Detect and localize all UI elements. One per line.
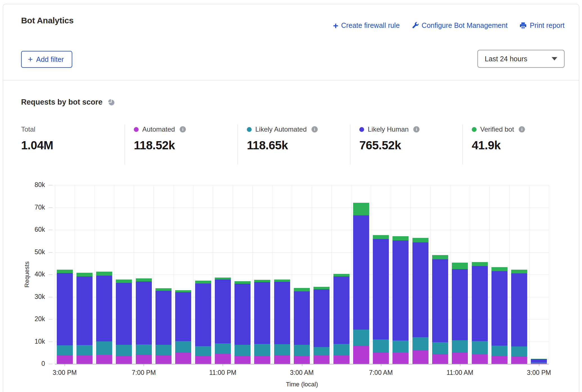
segment-automated xyxy=(392,353,409,364)
time-range-select[interactable]: Last 24 hours xyxy=(477,50,565,68)
chart-bar-7-00-PM-4[interactable] xyxy=(136,185,152,364)
likely-human-legend-dot xyxy=(359,127,364,132)
stats-row: Total 1.04M Automated i 118.52k Likely A… xyxy=(21,125,525,165)
chart-bar-2-00-PM-23[interactable] xyxy=(511,185,527,364)
gridline-v xyxy=(391,185,391,364)
segment-likely-automated xyxy=(195,346,211,356)
chart-bar-10-00-PM-7[interactable] xyxy=(195,185,211,364)
segment-verified-bot xyxy=(116,280,132,283)
segment-likely-automated xyxy=(254,344,270,356)
gridline-v xyxy=(233,185,233,364)
segment-likely-automated xyxy=(76,345,93,355)
stat-likely-human-label: Likely Human xyxy=(368,125,409,133)
segment-verified-bot xyxy=(136,278,152,281)
chart-bar-3-00-PM-24[interactable] xyxy=(531,185,547,364)
chart-bar-8-00-AM-17[interactable] xyxy=(392,185,409,364)
chart-bar-11-00-AM-20[interactable] xyxy=(452,185,468,364)
chart-bar-9-00-PM-6[interactable] xyxy=(175,185,191,364)
add-filter-button[interactable]: + Add filter xyxy=(21,51,72,68)
y-tick xyxy=(49,208,53,208)
stat-likely-automated: Likely Automated i 118.65k xyxy=(238,125,350,165)
segment-verified-bot xyxy=(57,270,73,273)
segment-likely-automated xyxy=(472,341,488,354)
segment-likely-automated xyxy=(96,341,112,355)
segment-automated xyxy=(136,355,152,364)
stat-total: Total 1.04M xyxy=(21,125,125,165)
chart-bar-5-00-PM-2[interactable] xyxy=(96,185,112,364)
stat-total-label: Total xyxy=(21,125,35,133)
segment-automated xyxy=(155,355,172,364)
likely-automated-legend-dot xyxy=(247,127,252,132)
chart-bar-3-00-PM-0[interactable] xyxy=(57,185,73,364)
info-icon[interactable]: i xyxy=(519,126,525,132)
segment-verified-bot xyxy=(491,267,507,271)
configure-bot-management-link[interactable]: Configure Bot Management xyxy=(412,21,508,30)
chart-bar-12-00-AM-9[interactable] xyxy=(234,185,251,364)
chart-bar-4-00-AM-13[interactable] xyxy=(313,185,330,364)
chart-bar-9-00-AM-18[interactable] xyxy=(412,185,428,364)
chart-bar-7-00-AM-16[interactable] xyxy=(373,185,389,364)
segment-verified-bot xyxy=(373,235,389,239)
segment-likely-human xyxy=(215,280,231,343)
segment-automated xyxy=(472,354,488,364)
segment-verified-bot xyxy=(195,281,211,283)
segment-likely-human xyxy=(274,282,290,344)
create-firewall-rule-link[interactable]: + Create firewall rule xyxy=(333,21,400,30)
info-icon[interactable]: i xyxy=(180,126,186,132)
segment-likely-automated xyxy=(175,341,191,352)
chart-bar-4-00-PM-1[interactable] xyxy=(76,185,93,364)
segment-likely-human xyxy=(76,276,93,345)
segment-automated xyxy=(175,352,191,364)
chart-bar-12-00-PM-21[interactable] xyxy=(472,185,488,364)
y-tick-label: 0 xyxy=(11,360,45,368)
stat-verified-bot-value: 41.9k xyxy=(472,139,525,152)
print-report-link[interactable]: Print report xyxy=(519,21,565,30)
chart-bar-1-00-AM-10[interactable] xyxy=(254,185,270,364)
configure-bot-management-label: Configure Bot Management xyxy=(422,21,508,30)
segment-likely-automated xyxy=(57,345,73,355)
segment-likely-automated xyxy=(432,342,448,354)
segment-automated xyxy=(511,356,527,364)
y-tick-label: 10k xyxy=(11,338,45,345)
stat-automated: Automated i 118.52k xyxy=(125,125,238,165)
segment-likely-automated xyxy=(353,330,369,345)
segment-verified-bot xyxy=(313,287,330,290)
segment-likely-human xyxy=(353,215,369,330)
info-icon[interactable]: i xyxy=(312,126,318,132)
x-tick xyxy=(539,364,539,366)
segment-automated xyxy=(373,352,389,364)
chart-bar-3-00-AM-12[interactable] xyxy=(294,185,310,364)
x-tick xyxy=(302,364,302,366)
chart-bar-8-00-PM-5[interactable] xyxy=(155,185,172,364)
chart-bar-1-00-PM-22[interactable] xyxy=(491,185,507,364)
x-tick xyxy=(65,364,65,366)
stat-likely-automated-value: 118.65k xyxy=(247,139,350,152)
chart-bar-6-00-AM-15[interactable] xyxy=(353,185,369,364)
segment-automated xyxy=(412,350,428,364)
segment-likely-human xyxy=(412,242,428,337)
x-tick-label: 11:00 PM xyxy=(209,369,236,377)
chart-bar-5-00-AM-14[interactable] xyxy=(333,185,349,364)
segment-likely-human xyxy=(491,271,507,346)
segment-automated xyxy=(432,354,448,364)
chart-bar-2-00-AM-11[interactable] xyxy=(274,185,290,364)
segment-likely-human xyxy=(294,291,310,345)
segment-verified-bot xyxy=(392,236,409,240)
y-tick xyxy=(49,230,53,230)
segment-verified-bot xyxy=(234,281,251,284)
chart-bar-6-00-PM-3[interactable] xyxy=(116,185,132,364)
gridline-v xyxy=(430,185,430,364)
x-tick xyxy=(460,364,460,366)
segment-automated xyxy=(195,356,211,364)
gridline-v xyxy=(549,185,549,364)
section-title: Requests by bot score xyxy=(21,98,103,107)
info-icon[interactable]: i xyxy=(413,126,419,132)
wrench-icon xyxy=(412,22,419,29)
gridline-v xyxy=(371,185,371,364)
chart-bar-10-00-AM-19[interactable] xyxy=(432,185,448,364)
x-tick xyxy=(144,364,144,366)
chart-bar-11-00-PM-8[interactable] xyxy=(215,185,231,364)
x-tick-label: 11:00 AM xyxy=(446,369,473,377)
segment-likely-human xyxy=(472,266,488,341)
y-tick xyxy=(49,252,53,253)
